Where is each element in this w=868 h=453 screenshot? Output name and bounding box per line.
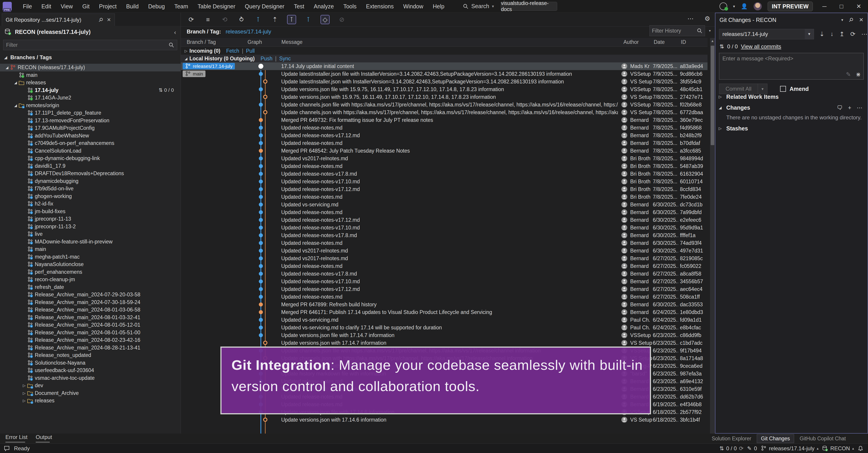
- int-preview-badge[interactable]: INT PREVIEW: [768, 2, 813, 11]
- close-icon[interactable]: ✕: [107, 17, 111, 23]
- current-branch[interactable]: releases/17.14-july ▴: [761, 445, 818, 452]
- more-options-icon[interactable]: ⋯: [861, 31, 867, 38]
- changes-section[interactable]: ◢ Changes 🗨 + ⋯: [718, 104, 865, 111]
- chevron-down-icon[interactable]: ▾: [841, 18, 843, 22]
- tree-item-dynamicdebugging[interactable]: » dynamicdebugging: [0, 177, 181, 185]
- commit-row[interactable]: Update versions.json with 17.14.6 inform…: [181, 416, 708, 424]
- fetch-link[interactable]: Fetch: [226, 48, 239, 54]
- expanded-triangle-icon[interactable]: ◢: [718, 105, 723, 110]
- tree-item-17-9gamultiprojectconfig[interactable]: » 17.9GAMultiProjectConfig: [0, 124, 181, 132]
- collapsed-triangle-icon[interactable]: ▷: [21, 383, 27, 388]
- show-tags-toggle[interactable]: ◇: [320, 15, 330, 24]
- tree-item-userfeedback-uuf-203604[interactable]: » userfeedback-uuf-203604: [0, 367, 181, 374]
- column-header-date[interactable]: Date: [654, 39, 665, 45]
- pull-icon[interactable]: ⥁: [237, 16, 246, 23]
- tree-item-c7049de5-on-perf-enahancemens[interactable]: » c7049de5-on-perf_enahancemens: [0, 140, 181, 147]
- branch-selector[interactable]: releases/17.14-july ▼: [719, 29, 814, 39]
- tree-item-perf-enahancemens[interactable]: » perf_enahancemens: [0, 268, 181, 276]
- menu-git[interactable]: Git: [78, 0, 94, 12]
- tree-item-nayanasolutionclose[interactable]: » NayanaSolutionclose: [0, 261, 181, 268]
- minimize-button[interactable]: ─: [819, 3, 830, 10]
- tree-item-17-14ga-june2[interactable]: ↑ 17.14GA-June2: [0, 94, 181, 102]
- tool-tab-github-copilot-chat[interactable]: GitHub Copilot Chat: [796, 434, 850, 443]
- tree-item-release-archive-main-2024-08-01-03-32-41[interactable]: » Release_Archive_main_2024-08-01-03-32-…: [0, 314, 181, 322]
- column-header-id[interactable]: ID: [681, 39, 686, 45]
- tree-item-release-archive-main-2024-08-28-21-13-41[interactable]: » Release_Archive_main_2024-08-28-21-13-…: [0, 344, 181, 352]
- menu-query-designer[interactable]: Query Designer: [240, 0, 289, 12]
- commit-row[interactable]: Updated release-notes.mdBernard6/30/2025…: [181, 208, 708, 216]
- menu-help[interactable]: Help: [428, 0, 449, 12]
- commit-row[interactable]: Update versions.json file with 17.14.7 i…: [181, 331, 708, 339]
- commit-row[interactable]: Updated release-notes-v17.8.mdBri Broth7…: [181, 170, 708, 178]
- hash-icon[interactable]: ⋇: [856, 71, 861, 78]
- local-history-section-row[interactable]: ◢ Local History (0 Outgoing) Push|Sync: [181, 55, 708, 62]
- menu-edit[interactable]: Edit: [37, 0, 56, 12]
- tree-item-remotes-origin[interactable]: ◢ » remotes/origin: [0, 102, 181, 110]
- feedback-bubble-icon[interactable]: [4, 445, 10, 452]
- tool-tab-solution-explorer[interactable]: Solution Explorer: [708, 434, 755, 443]
- commit-row[interactable]: Updated release-notes.mdBernard6/27/2025…: [181, 293, 708, 301]
- commit-all-button[interactable]: Commit All: [719, 84, 758, 94]
- tree-item-addyoutubewhatsnew[interactable]: » addYouTubeWhatsNew: [0, 132, 181, 140]
- menu-extensions[interactable]: Extensions: [361, 0, 398, 12]
- tree-item-release-archive-main-2024-08-01-05-12-01[interactable]: » Release_Archive_main_2024-08-01-05-12-…: [0, 321, 181, 329]
- tree-item-solutionclose-nayana[interactable]: » Solutionclose-Nayana: [0, 359, 181, 367]
- expanded-triangle-icon[interactable]: ◢: [13, 103, 19, 108]
- menu-table-designer[interactable]: Table Designer: [193, 0, 240, 12]
- tree-item-main[interactable]: ↑ main: [0, 71, 181, 79]
- sync-icon[interactable]: ⟳: [850, 31, 856, 38]
- collapsed-triangle-icon[interactable]: ▷: [183, 49, 189, 53]
- tree-item-17-11p1-delete-cpp-feature[interactable]: » 17.11P1_delete_cpp_feature: [0, 109, 181, 117]
- commit-row[interactable]: Updated release-notes-v17.8.mdBernard6/2…: [181, 270, 708, 278]
- tree-item-live[interactable]: » live: [0, 230, 181, 238]
- tree-item-release-archive-main-2024-07-30-18-59-24[interactable]: » Release_Archive_main_2024-07-30-18-59-…: [0, 299, 181, 306]
- commit-row[interactable]: Updated release-notes.mdBernard7/8/2025.…: [181, 124, 708, 131]
- commit-row[interactable]: main Update latestInstaller.json file wi…: [181, 70, 708, 78]
- close-button[interactable]: ✕: [852, 3, 865, 10]
- tree-item-release-archive-main-2024-08-01-03-06-58[interactable]: » Release_Archive_main_2024-08-01-03-06-…: [0, 306, 181, 314]
- tool-tab-git-changes[interactable]: Git Changes: [757, 434, 794, 443]
- history-column-headers[interactable]: Branch / TagGraphMessageAuthorDateID: [181, 38, 708, 47]
- feedback-icon[interactable]: 👤: [741, 3, 748, 9]
- stashes-section[interactable]: ▷ Stashes: [718, 125, 865, 132]
- refresh-icon[interactable]: ⟳: [187, 16, 196, 23]
- menu-analyze[interactable]: Analyze: [309, 0, 339, 12]
- commit-row[interactable]: Updated release-notes.mdBernard6/27/2025…: [181, 262, 708, 270]
- commit-row[interactable]: Updated release-notes.mdBri Broth7/8/202…: [181, 193, 708, 201]
- tree-item-ghogen-working[interactable]: » ghogen-working: [0, 192, 181, 200]
- commit-row[interactable]: Updated vs2017-relnotes.mdBri Broth7/8/2…: [181, 155, 708, 162]
- search-input[interactable]: visualstudio-release-docs: [501, 2, 557, 11]
- tree-item-f7b9d5dd-on-live[interactable]: » f7b9d5dd-on-live: [0, 185, 181, 192]
- related-work-items-section[interactable]: ▷ Related Work Items: [718, 94, 865, 100]
- commit-row[interactable]: Merged PR 647899: Refresh build historyB…: [181, 301, 708, 308]
- tree-item-madownie-feature-still-in-preview[interactable]: » MADownie-feature-still-in-preview: [0, 238, 181, 246]
- stage-all-icon[interactable]: +: [848, 104, 851, 111]
- search-area[interactable]: Search ▾ visualstudio-release-docs: [463, 2, 557, 11]
- menu-test[interactable]: Test: [289, 0, 309, 12]
- commit-row[interactable]: Updated release-notes.mdBri Broth7/8/202…: [181, 162, 708, 170]
- tree-item-release-archive-main-2024-07-29-20-03-58[interactable]: » Release_Archive_main_2024-07-29-20-03-…: [0, 291, 181, 299]
- tree-item-cancelsolutionload[interactable]: » CancelSolutionLoad: [0, 147, 181, 155]
- checkbox-icon[interactable]: [780, 86, 786, 92]
- copilot-review-icon[interactable]: 🗨: [837, 104, 842, 111]
- collapsed-triangle-icon[interactable]: ▷: [21, 398, 27, 403]
- commit-row[interactable]: Merged PR 648542: July Patch Tuesday Rel…: [181, 147, 708, 155]
- commit-row[interactable]: Updated vs-servicing.mdBernard6/30/2025.…: [181, 201, 708, 208]
- commit-row[interactable]: Update channels.json file with https://a…: [181, 101, 708, 109]
- pull-link[interactable]: Pull: [246, 48, 254, 54]
- commit-row[interactable]: Updated release-notes.mdBernard6/30/2025…: [181, 239, 708, 247]
- menu-team[interactable]: Team: [169, 0, 193, 12]
- commit-row[interactable]: Updated release-notes-v17.12.mdBernard7/…: [181, 131, 708, 139]
- commit-row[interactable]: Merged PR 646171: Publish 17.14 updates …: [181, 308, 708, 316]
- more-options-icon[interactable]: ⋯: [857, 104, 862, 111]
- commit-row[interactable]: Updated release-notes-v17.12.mdBri Broth…: [181, 185, 708, 193]
- commit-row[interactable]: Update versions.json with 15.9.75, 16.11…: [181, 93, 708, 101]
- tree-item-draftdev18removals-deprecations[interactable]: » DRAFTDev18Removals+Deprecations: [0, 170, 181, 177]
- commit-row[interactable]: Update versions.json file with 15.9.75, …: [181, 86, 708, 93]
- expanded-triangle-icon[interactable]: ◢: [13, 81, 19, 85]
- tree-item-main[interactable]: » main: [0, 245, 181, 253]
- collapsed-triangle-icon[interactable]: ▷: [21, 391, 27, 395]
- pending-edits[interactable]: ✎ 0: [747, 445, 757, 452]
- push-link[interactable]: Push: [260, 56, 272, 62]
- tree-item-h2-id-fix[interactable]: » h2-id-fix: [0, 200, 181, 208]
